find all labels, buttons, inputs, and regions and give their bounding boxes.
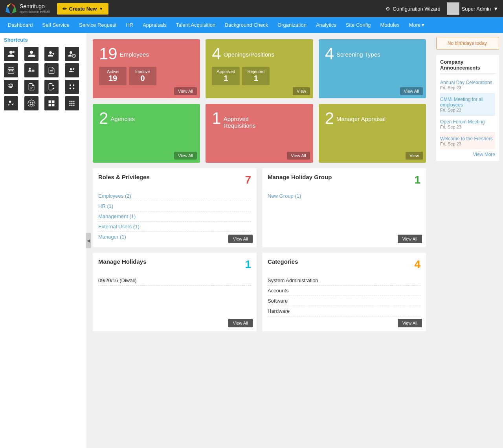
nav-site-config[interactable]: Site Config bbox=[341, 17, 376, 33]
logo-sub: open source HRMS bbox=[20, 10, 51, 14]
announcement-title[interactable]: Welcome to the Freshers bbox=[440, 136, 495, 141]
list-item[interactable]: Employees (2) bbox=[98, 191, 251, 201]
announcement-item: CMMi Meeting for all employees Fri, Sep … bbox=[440, 94, 495, 116]
shortcut-puzzle-gear[interactable] bbox=[4, 80, 18, 94]
announcement-title[interactable]: CMMi Meeting for all employees bbox=[440, 97, 495, 108]
rejected-label: Rejected bbox=[247, 69, 265, 74]
nav-more[interactable]: More ▾ bbox=[404, 17, 430, 33]
super-admin-label: Super Admin bbox=[462, 6, 491, 12]
announcement-title[interactable]: Open Forum Meeting bbox=[440, 119, 495, 125]
shortcut-grid-dots[interactable] bbox=[65, 96, 79, 110]
nav-appraisals[interactable]: Appraisals bbox=[138, 17, 171, 33]
shortcut-grid-4[interactable] bbox=[44, 96, 59, 110]
birthday-box: No birthdays today. bbox=[436, 37, 499, 50]
svg-rect-10 bbox=[11, 70, 12, 72]
roles-privileges-title: Roles & Privileges bbox=[98, 174, 150, 180]
openings-view-button[interactable]: View bbox=[293, 87, 310, 95]
shortcut-gear[interactable] bbox=[24, 96, 39, 110]
manage-holidays-view-all-button[interactable]: View All bbox=[228, 319, 253, 327]
nav-modules[interactable]: Modules bbox=[376, 17, 404, 33]
shortcut-person-gear[interactable] bbox=[24, 47, 39, 61]
main-content: 19 Employees Active 19 Inactive 0 View A… bbox=[86, 33, 432, 448]
approved-req-header: 1 ApprovedRequisitions bbox=[212, 110, 307, 129]
list-item: Accounts bbox=[268, 286, 420, 296]
approved-req-card: 1 ApprovedRequisitions View All bbox=[206, 104, 313, 163]
manager-appraisal-view-button[interactable]: View bbox=[406, 152, 423, 160]
svg-point-31 bbox=[73, 103, 74, 104]
nav-talent-acquisition[interactable]: Talent Acquisition bbox=[171, 17, 220, 33]
shortcut-group-people[interactable] bbox=[65, 63, 79, 77]
shortcut-document[interactable] bbox=[44, 63, 59, 77]
sidebar-collapse-button[interactable]: ◀ bbox=[86, 233, 91, 248]
nav-background-check[interactable]: Background Check bbox=[220, 17, 273, 33]
nav-hr[interactable]: HR bbox=[121, 17, 138, 33]
inactive-value: 0 bbox=[134, 74, 152, 83]
svg-point-26 bbox=[69, 101, 70, 102]
categories-count: 4 bbox=[414, 258, 420, 271]
list-item[interactable]: HR (1) bbox=[98, 201, 251, 211]
create-new-label: Create New bbox=[69, 6, 97, 12]
openings-approved-badge: Approved 1 bbox=[212, 67, 240, 85]
list-item: Software bbox=[268, 296, 420, 306]
roles-view-all-button[interactable]: View All bbox=[228, 235, 253, 243]
employees-number: 19 bbox=[99, 46, 117, 62]
shortcuts-title: Shortcuts bbox=[4, 37, 83, 43]
svg-rect-23 bbox=[52, 101, 55, 103]
list-item[interactable]: External Users (1) bbox=[98, 222, 251, 232]
nav-self-service[interactable]: Self Service bbox=[38, 17, 74, 33]
manage-holidays-title: Manage Holidays bbox=[98, 258, 147, 265]
svg-rect-9 bbox=[9, 70, 10, 72]
svg-rect-11 bbox=[12, 70, 13, 72]
svg-rect-24 bbox=[49, 104, 51, 106]
shortcut-document-check[interactable] bbox=[24, 80, 39, 94]
employees-view-all-button[interactable]: View All bbox=[174, 87, 197, 95]
openings-number: 4 bbox=[212, 46, 221, 62]
announcement-date: Fri, Sep 23 bbox=[440, 141, 495, 146]
create-new-button[interactable]: ✏ Create New ▼ bbox=[57, 3, 109, 15]
manager-appraisal-card: 2 Manager Appraisal View bbox=[319, 104, 426, 163]
manager-appraisal-number: 2 bbox=[325, 110, 334, 127]
shortcut-person-write[interactable] bbox=[4, 96, 18, 110]
svg-point-14 bbox=[73, 68, 74, 70]
agencies-label: Agencies bbox=[110, 116, 135, 122]
holiday-group-view-all-button[interactable]: View All bbox=[398, 235, 422, 243]
agencies-view-all-button[interactable]: View All bbox=[174, 152, 197, 160]
logo: Sentrifugo open source HRMS bbox=[5, 2, 51, 15]
nav-dashboard[interactable]: Dashboard bbox=[3, 17, 38, 33]
shortcut-export-person[interactable] bbox=[44, 47, 59, 61]
view-more-link[interactable]: View More bbox=[440, 152, 495, 157]
manager-appraisal-header: 2 Manager Appraisal bbox=[325, 110, 420, 127]
config-wizard-button[interactable]: ⚙ Configuration Wizard bbox=[386, 6, 440, 12]
nav-service-request[interactable]: Service Request bbox=[74, 17, 121, 33]
holiday-group-header: Manage Holiday Group 1 bbox=[268, 174, 420, 186]
announcement-item: Welcome to the Freshers Fri, Sep 23 bbox=[440, 133, 495, 149]
list-item[interactable]: New Group (1) bbox=[268, 191, 420, 201]
svg-point-20 bbox=[73, 88, 74, 89]
shortcut-calendar-grid[interactable] bbox=[4, 63, 18, 77]
employees-active-badge: Active 19 bbox=[99, 67, 127, 85]
categories-view-all-button[interactable]: View All bbox=[398, 319, 422, 327]
screening-view-all-button[interactable]: View All bbox=[400, 87, 423, 95]
shortcut-person-star[interactable] bbox=[4, 47, 18, 61]
nav-organization[interactable]: Organization bbox=[273, 17, 311, 33]
manage-holidays-list: 09/20/16 (Diwali) bbox=[98, 275, 251, 286]
shortcut-settings-grid[interactable] bbox=[65, 80, 79, 94]
screening-number: 4 bbox=[325, 46, 334, 62]
topbar-right: ⚙ Configuration Wizard Super Admin ▼ bbox=[386, 2, 498, 15]
announcement-date: Fri, Sep 23 bbox=[440, 108, 495, 112]
shortcut-person-list[interactable] bbox=[24, 63, 39, 77]
manager-appraisal-label: Manager Appraisal bbox=[336, 116, 386, 122]
active-value: 19 bbox=[104, 74, 122, 83]
svg-point-30 bbox=[71, 103, 72, 104]
nav-analytics[interactable]: Analytics bbox=[311, 17, 341, 33]
shortcut-clock-person[interactable] bbox=[65, 47, 79, 61]
list-item: System Administration bbox=[268, 275, 420, 286]
super-admin-button[interactable]: Super Admin ▼ bbox=[447, 2, 498, 15]
approved-req-view-all-button[interactable]: View All bbox=[287, 152, 310, 160]
list-item[interactable]: Management (1) bbox=[98, 211, 251, 222]
announcement-title[interactable]: Annual Day Celebrations bbox=[440, 80, 495, 85]
employees-label: Employees bbox=[120, 51, 149, 58]
shortcut-document-people[interactable] bbox=[44, 80, 59, 94]
approved-req-label: ApprovedRequisitions bbox=[224, 116, 256, 129]
roles-privileges-card: Roles & Privileges 7 Employees (2) HR (1… bbox=[93, 168, 257, 247]
